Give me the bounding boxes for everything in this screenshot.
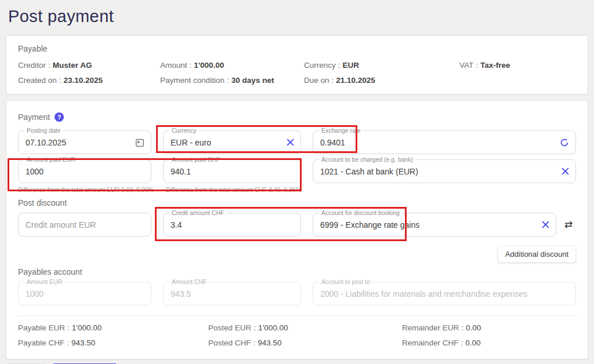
payment-row-1: Posting date Currency Exchange rate: [18, 130, 576, 154]
payables-amount-chf-field: Amount CHF: [163, 282, 301, 305]
discount-account-input[interactable]: [313, 220, 542, 230]
payables-account-row: Amount EUR Amount CHF Account to post to: [18, 282, 576, 305]
summary-remainder-chf: Remainder CHF:0.00: [402, 338, 576, 347]
amount-paid-eur-field[interactable]: Amount paid EUR: [18, 159, 151, 183]
summary-payable-eur: Payable EUR:1'000.00: [18, 323, 208, 332]
payables-account-heading: Payables account: [18, 267, 576, 276]
summary-grid: Payable EUR:1'000.00 Posted EUR:1'000.00…: [18, 323, 576, 347]
payable-vat: VAT:Tax-free: [459, 61, 576, 70]
credit-amount-eur-field[interactable]: [18, 213, 151, 236]
currency-clear-icon[interactable]: [287, 139, 294, 146]
swap-accounts-icon[interactable]: ⇄: [564, 220, 573, 230]
amount-paid-eur-input[interactable]: [19, 167, 151, 176]
payable-grid: Creditor:Muster AG Amount:1'000.00 Curre…: [18, 61, 576, 85]
credit-amount-eur-input[interactable]: [19, 220, 151, 230]
refresh-icon[interactable]: [560, 138, 569, 147]
summary-posted-chf: Posted CHF:943.50: [208, 338, 402, 347]
post-discount-row: Credit amount CHF Account for discount b…: [18, 213, 576, 236]
account-to-post-to-input: [313, 289, 575, 299]
payable-due-on: Due on:21.10.2025: [304, 76, 459, 85]
currency-field[interactable]: Currency: [163, 130, 301, 154]
post-payment-page: Post payment Payable Creditor:Muster AG …: [0, 0, 594, 364]
discount-account-field[interactable]: Account for discount booking: [313, 213, 556, 236]
account-charged-field[interactable]: Account to be charged (e.g. bank): [313, 159, 576, 183]
payment-heading: Payment: [18, 112, 50, 122]
payable-created-on: Created on:23.10.2025: [18, 76, 160, 85]
exchange-rate-input[interactable]: [313, 138, 560, 147]
posting-date-field[interactable]: Posting date: [18, 130, 151, 154]
payable-payment-condition: Payment condition:30 days net: [160, 76, 304, 85]
currency-input[interactable]: [164, 138, 287, 147]
amount-paid-chf-input[interactable]: [164, 167, 300, 176]
difference-eur-text: Difference from the total amount EUR 0.0…: [18, 186, 151, 193]
payables-amount-eur-input: [19, 289, 151, 299]
credit-amount-chf-field[interactable]: Credit amount CHF: [163, 213, 301, 236]
payable-creditor: Creditor:Muster AG: [18, 61, 160, 70]
payables-amount-eur-field: Amount EUR: [18, 282, 151, 305]
account-charged-input[interactable]: [313, 167, 562, 176]
summary-posted-eur: Posted EUR:1'000.00: [208, 323, 402, 332]
amount-paid-chf-field[interactable]: Amount paid CHF: [163, 159, 301, 183]
summary-payable-chf: Payable CHF:943.50: [18, 338, 208, 347]
help-icon[interactable]: ?: [55, 112, 64, 122]
additional-discount-button[interactable]: Additional discount: [498, 246, 576, 263]
post-discount-heading: Post discount: [18, 198, 576, 208]
posting-date-input[interactable]: [19, 138, 135, 147]
credit-amount-chf-input[interactable]: [164, 220, 300, 230]
difference-row: Difference from the total amount EUR 0.0…: [18, 186, 576, 193]
payable-heading: Payable: [18, 44, 576, 53]
summary-remainder-eur: Remainder EUR:0.00: [402, 323, 576, 332]
summary-divider: [18, 315, 576, 316]
payable-amount: Amount:1'000.00: [160, 61, 304, 70]
payables-amount-chf-input: [164, 289, 300, 299]
account-to-post-to-field: Account to post to: [313, 282, 576, 305]
payment-row-2: Amount paid EUR Amount paid CHF Account …: [18, 159, 576, 183]
difference-chf-text: Difference from the total amount CHF 3.4…: [163, 186, 301, 193]
payable-card: Payable Creditor:Muster AG Amount:1'000.…: [6, 35, 588, 94]
discount-account-clear-icon[interactable]: [542, 221, 549, 228]
page-title: Post payment: [8, 7, 588, 26]
account-charged-clear-icon[interactable]: [562, 168, 569, 175]
payable-currency: Currency:EUR: [304, 61, 459, 70]
payment-card: Payment ? Posting date Currency Exchange…: [6, 100, 588, 359]
calendar-icon[interactable]: [135, 138, 144, 147]
exchange-rate-field[interactable]: Exchange rate: [313, 130, 576, 154]
